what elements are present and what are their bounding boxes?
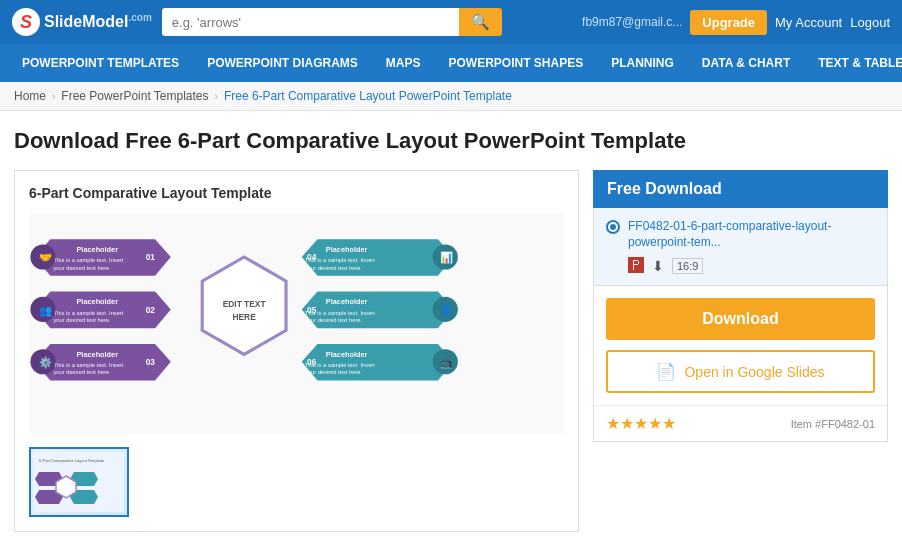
svg-text:🤝: 🤝 xyxy=(39,251,53,264)
page-title: Download Free 6-Part Comparative Layout … xyxy=(14,127,888,156)
svg-text:your desired text here.: your desired text here. xyxy=(53,369,111,375)
logout-link[interactable]: Logout xyxy=(850,15,890,30)
my-account-link[interactable]: My Account xyxy=(775,15,842,30)
svg-text:HERE: HERE xyxy=(232,311,256,321)
free-download-header: Free Download xyxy=(593,170,888,208)
svg-text:Placeholder: Placeholder xyxy=(326,349,368,358)
breadcrumb: Home › Free PowerPoint Templates › Free … xyxy=(0,82,902,111)
svg-text:Placeholder: Placeholder xyxy=(326,244,368,253)
svg-text:📊: 📊 xyxy=(440,251,454,264)
item-id: Item #FF0482-01 xyxy=(791,418,875,430)
search-bar: 🔍 xyxy=(162,8,502,36)
main-content: Download Free 6-Part Comparative Layout … xyxy=(0,111,902,543)
google-slides-icon: 📄 xyxy=(656,362,676,381)
google-slides-button[interactable]: 📄 Open in Google Slides xyxy=(606,350,875,393)
search-input[interactable] xyxy=(162,8,459,36)
header-right: fb9m87@gmail.c... Upgrade My Account Log… xyxy=(582,10,890,35)
svg-text:⚙️: ⚙️ xyxy=(39,356,53,369)
breadcrumb-sep-2: › xyxy=(215,91,218,102)
svg-text:your desired text here.: your desired text here. xyxy=(305,317,363,323)
svg-text:Placeholder: Placeholder xyxy=(77,297,119,306)
svg-text:01: 01 xyxy=(146,252,156,262)
radio-button[interactable] xyxy=(606,220,620,234)
svg-text:your desired text here.: your desired text here. xyxy=(53,264,111,270)
file-meta: 🅿 ⬇ 16:9 xyxy=(628,257,875,275)
user-email: fb9m87@gmail.c... xyxy=(582,15,682,29)
breadcrumb-sep-1: › xyxy=(52,91,55,102)
rating-area: ★★★★★ Item #FF0482-01 xyxy=(594,405,887,441)
svg-text:03: 03 xyxy=(146,356,156,366)
svg-text:05: 05 xyxy=(307,304,317,314)
svg-text:06: 06 xyxy=(307,356,317,366)
thumbnail-1[interactable]: 6-Part Comparative Layout Template xyxy=(29,447,129,517)
svg-text:6-Part Comparative Layout Temp: 6-Part Comparative Layout Template xyxy=(39,458,105,463)
download-actions: Download 📄 Open in Google Slides xyxy=(594,286,887,405)
content-area: 6-Part Comparative Layout Template Place… xyxy=(14,170,888,532)
logo-icon: S xyxy=(20,12,32,33)
nav-maps[interactable]: MAPS xyxy=(372,44,435,82)
nav-planning[interactable]: PLANNING xyxy=(597,44,688,82)
logo-circle: S xyxy=(12,8,40,36)
svg-text:02: 02 xyxy=(146,304,156,314)
breadcrumb-templates[interactable]: Free PowerPoint Templates xyxy=(61,89,208,103)
file-option-row: FF0482-01-6-part-comparative-layout-powe… xyxy=(606,218,875,252)
breadcrumb-home[interactable]: Home xyxy=(14,89,46,103)
header: S SlideModel.com 🔍 fb9m87@gmail.c... Upg… xyxy=(0,0,902,44)
aspect-ratio: 16:9 xyxy=(672,258,703,274)
nav-text-tables[interactable]: TEXT & TABLES xyxy=(804,44,902,82)
svg-text:your desired text here.: your desired text here. xyxy=(53,317,111,323)
download-panel: FF0482-01-6-part-comparative-layout-powe… xyxy=(593,208,888,443)
download-button[interactable]: Download xyxy=(606,298,875,340)
nav-powerpoint-diagrams[interactable]: POWERPOINT DIAGRAMS xyxy=(193,44,372,82)
logo-text: SlideModel.com xyxy=(44,12,152,31)
svg-text:👤: 👤 xyxy=(440,303,454,316)
thumbnail-strip: 6-Part Comparative Layout Template xyxy=(29,447,564,517)
svg-text:EDIT TEXT: EDIT TEXT xyxy=(223,299,267,309)
svg-text:your desired text here.: your desired text here. xyxy=(305,369,363,375)
diagram-svg: Placeholder This is a sample text. Inser… xyxy=(29,213,564,433)
svg-text:Placeholder: Placeholder xyxy=(77,244,119,253)
nav: POWERPOINT TEMPLATES POWERPOINT DIAGRAMS… xyxy=(0,44,902,82)
svg-text:This is a sample text. Insert: This is a sample text. Insert xyxy=(53,309,123,315)
svg-text:04: 04 xyxy=(307,252,317,262)
nav-powerpoint-shapes[interactable]: POWERPOINT SHAPES xyxy=(434,44,597,82)
file-option[interactable]: FF0482-01-6-part-comparative-layout-powe… xyxy=(594,208,887,287)
svg-text:your desired text here.: your desired text here. xyxy=(305,264,363,270)
left-content: 6-Part Comparative Layout Template Place… xyxy=(14,170,579,532)
nav-powerpoint-templates[interactable]: POWERPOINT TEMPLATES xyxy=(8,44,193,82)
svg-text:Placeholder: Placeholder xyxy=(326,297,368,306)
star-rating: ★★★★★ xyxy=(606,414,676,433)
svg-text:This is a sample text. Insert: This is a sample text. Insert xyxy=(53,362,123,368)
download-icon: ⬇ xyxy=(652,258,664,274)
svg-text:📺: 📺 xyxy=(440,356,454,369)
breadcrumb-current: Free 6-Part Comparative Layout PowerPoin… xyxy=(224,89,512,103)
diagram-area: Placeholder This is a sample text. Inser… xyxy=(29,213,564,433)
file-name: FF0482-01-6-part-comparative-layout-powe… xyxy=(628,218,875,252)
thumb-inner-1: 6-Part Comparative Layout Template xyxy=(31,449,127,515)
logo[interactable]: S SlideModel.com xyxy=(12,8,152,36)
svg-text:👥: 👥 xyxy=(39,303,53,316)
google-slides-label: Open in Google Slides xyxy=(684,364,824,380)
svg-text:This is a sample text. Insert: This is a sample text. Insert xyxy=(53,257,123,263)
nav-data-chart[interactable]: DATA & CHART xyxy=(688,44,804,82)
template-title: 6-Part Comparative Layout Template xyxy=(29,185,564,201)
right-panel: Free Download FF0482-01-6-part-comparati… xyxy=(593,170,888,532)
radio-dot-inner xyxy=(610,224,616,230)
svg-text:Placeholder: Placeholder xyxy=(77,349,119,358)
upgrade-button[interactable]: Upgrade xyxy=(690,10,767,35)
ppt-icon: 🅿 xyxy=(628,257,644,275)
search-button[interactable]: 🔍 xyxy=(459,8,502,36)
